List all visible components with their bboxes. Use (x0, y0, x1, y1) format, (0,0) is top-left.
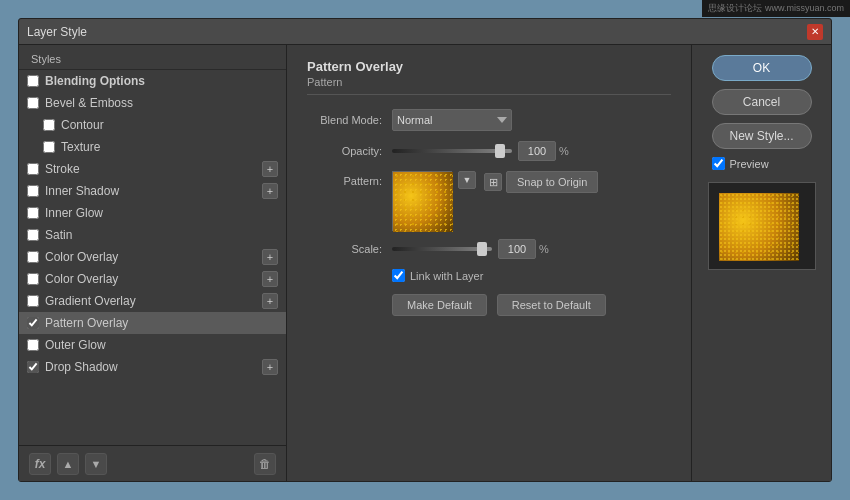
blend-mode-label: Blend Mode: (307, 114, 392, 126)
bevel-emboss-label: Bevel & Emboss (45, 96, 278, 110)
scale-unit: % (539, 243, 549, 255)
gradient-overlay-label: Gradient Overlay (45, 294, 262, 308)
color-overlay-1-add-button[interactable]: + (262, 249, 278, 265)
sidebar-item-drop-shadow[interactable]: Drop Shadow + (19, 356, 286, 378)
sidebar-item-bevel-emboss[interactable]: Bevel & Emboss (19, 92, 286, 114)
inner-glow-checkbox[interactable] (27, 207, 39, 219)
scale-label: Scale: (307, 243, 392, 255)
sidebar-item-contour[interactable]: Contour (19, 114, 286, 136)
contour-label: Contour (61, 118, 278, 132)
outer-glow-label: Outer Glow (45, 338, 278, 352)
opacity-unit: % (559, 145, 569, 157)
link-label-text: Link with Layer (410, 270, 483, 282)
reset-default-button[interactable]: Reset to Default (497, 294, 606, 316)
inner-glow-label: Inner Glow (45, 206, 278, 220)
color-overlay-2-label: Color Overlay (45, 272, 262, 286)
middle-panel: Pattern Overlay Pattern Blend Mode: Norm… (287, 45, 691, 481)
link-with-layer-checkbox[interactable] (392, 269, 405, 282)
layer-style-window: Layer Style ✕ Styles Blending Options Be… (18, 18, 832, 482)
pattern-icon-button[interactable]: ⊞ (484, 173, 502, 191)
satin-label: Satin (45, 228, 278, 242)
scale-slider[interactable] (392, 247, 492, 251)
new-style-button[interactable]: New Style... (712, 123, 812, 149)
right-panel: OK Cancel New Style... Preview (691, 45, 831, 481)
blending-options-checkbox[interactable] (27, 75, 39, 87)
inner-shadow-checkbox[interactable] (27, 185, 39, 197)
stroke-checkbox[interactable] (27, 163, 39, 175)
pattern-label: Pattern: (307, 171, 392, 187)
link-row: Link with Layer (307, 269, 671, 282)
sidebar-item-inner-glow[interactable]: Inner Glow (19, 202, 286, 224)
satin-checkbox[interactable] (27, 229, 39, 241)
opacity-row: Opacity: % (307, 141, 671, 161)
panel-subtitle: Pattern (307, 76, 671, 95)
preview-checkbox[interactable] (712, 157, 725, 170)
preview-label: Preview (730, 158, 769, 170)
outer-glow-checkbox[interactable] (27, 339, 39, 351)
sidebar-item-color-overlay-2[interactable]: Color Overlay + (19, 268, 286, 290)
opacity-label: Opacity: (307, 145, 392, 157)
left-list: Blending Options Bevel & Emboss Contour … (19, 70, 286, 445)
opacity-thumb[interactable] (495, 144, 505, 158)
window-title: Layer Style (27, 25, 807, 39)
drop-shadow-checkbox[interactable] (27, 361, 39, 373)
opacity-slider[interactable] (392, 149, 512, 153)
close-button[interactable]: ✕ (807, 24, 823, 40)
pattern-thumb-visual (393, 172, 453, 232)
sidebar-item-gradient-overlay[interactable]: Gradient Overlay + (19, 290, 286, 312)
fx-button[interactable]: fx (29, 453, 51, 475)
sidebar-item-stroke[interactable]: Stroke + (19, 158, 286, 180)
gradient-overlay-add-button[interactable]: + (262, 293, 278, 309)
color-overlay-2-checkbox[interactable] (27, 273, 39, 285)
sidebar-item-satin[interactable]: Satin (19, 224, 286, 246)
stroke-add-button[interactable]: + (262, 161, 278, 177)
styles-header: Styles (19, 45, 286, 70)
opacity-input[interactable] (518, 141, 556, 161)
contour-checkbox[interactable] (43, 119, 55, 131)
drop-shadow-label: Drop Shadow (45, 360, 262, 374)
title-bar: Layer Style ✕ (19, 19, 831, 45)
scale-thumb[interactable] (477, 242, 487, 256)
scale-input[interactable] (498, 239, 536, 259)
cancel-button[interactable]: Cancel (712, 89, 812, 115)
pattern-dropdown-button[interactable]: ▼ (458, 171, 476, 189)
pattern-thumbnail[interactable] (392, 171, 452, 231)
blend-mode-select[interactable]: Normal Dissolve Multiply Screen Overlay (392, 109, 512, 131)
color-overlay-1-label: Color Overlay (45, 250, 262, 264)
blend-mode-row: Blend Mode: Normal Dissolve Multiply Scr… (307, 109, 671, 131)
color-overlay-1-checkbox[interactable] (27, 251, 39, 263)
sidebar-item-inner-shadow[interactable]: Inner Shadow + (19, 180, 286, 202)
snap-to-origin-button[interactable]: Snap to Origin (506, 171, 598, 193)
stroke-label: Stroke (45, 162, 262, 176)
pattern-overlay-label: Pattern Overlay (45, 316, 278, 330)
ok-button[interactable]: OK (712, 55, 812, 81)
inner-shadow-label: Inner Shadow (45, 184, 262, 198)
sidebar-item-texture[interactable]: Texture (19, 136, 286, 158)
link-label[interactable]: Link with Layer (392, 269, 671, 282)
sidebar-item-color-overlay-1[interactable]: Color Overlay + (19, 246, 286, 268)
panel-title: Pattern Overlay (307, 59, 671, 74)
blending-options-label: Blending Options (45, 74, 278, 88)
scale-row: Scale: % (307, 239, 671, 259)
pattern-overlay-checkbox[interactable] (27, 317, 39, 329)
sidebar-item-blending-options[interactable]: Blending Options (19, 70, 286, 92)
preview-box (708, 182, 816, 270)
make-default-button[interactable]: Make Default (392, 294, 487, 316)
move-down-button[interactable]: ▼ (85, 453, 107, 475)
inner-shadow-add-button[interactable]: + (262, 183, 278, 199)
preview-toggle[interactable]: Preview (712, 157, 812, 170)
gradient-overlay-checkbox[interactable] (27, 295, 39, 307)
left-panel: Styles Blending Options Bevel & Emboss C… (19, 45, 287, 481)
drop-shadow-add-button[interactable]: + (262, 359, 278, 375)
preview-pattern-visual (719, 193, 799, 261)
texture-checkbox[interactable] (43, 141, 55, 153)
sidebar-item-outer-glow[interactable]: Outer Glow (19, 334, 286, 356)
delete-button[interactable]: 🗑 (254, 453, 276, 475)
left-footer: fx ▲ ▼ 🗑 (19, 445, 286, 481)
bevel-emboss-checkbox[interactable] (27, 97, 39, 109)
move-up-button[interactable]: ▲ (57, 453, 79, 475)
color-overlay-2-add-button[interactable]: + (262, 271, 278, 287)
sidebar-item-pattern-overlay[interactable]: Pattern Overlay (19, 312, 286, 334)
texture-label: Texture (61, 140, 278, 154)
watermark: 思缘设计论坛 www.missyuan.com (702, 0, 850, 17)
